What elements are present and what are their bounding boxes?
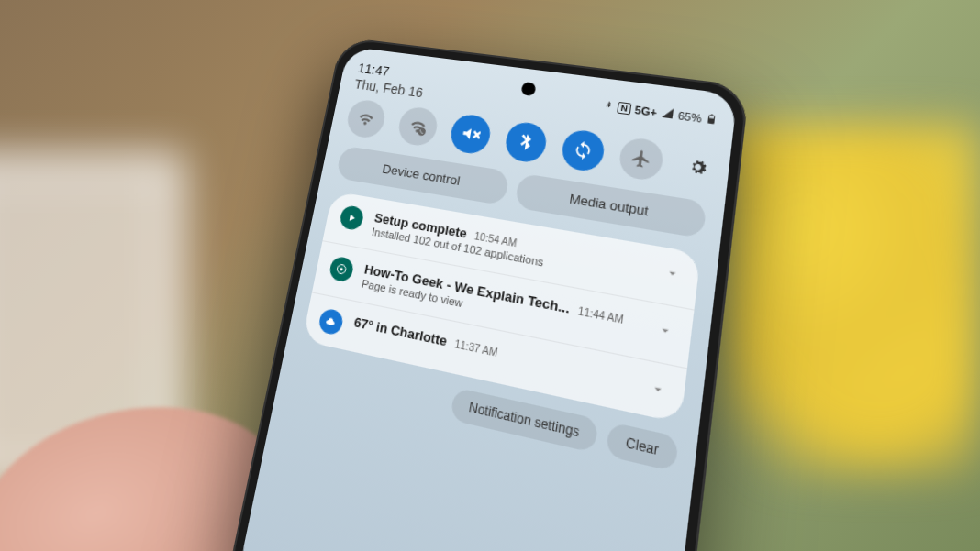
chevron-down-icon[interactable] [663,265,684,287]
bluetooth-toggle[interactable] [503,120,549,164]
weather-cloud-icon [317,307,345,336]
airplane-mode-toggle[interactable] [618,136,665,182]
svg-rect-1 [708,118,714,123]
signal-icon [661,106,675,122]
notification-time: 11:37 AM [453,338,498,358]
auto-rotate-toggle[interactable] [560,128,607,173]
svg-point-5 [340,268,343,271]
wifi-toggle[interactable] [344,98,387,140]
chrome-icon [329,255,355,282]
notification-title: 67° in Charlotte [353,314,449,349]
wifi-calling-toggle[interactable] [395,105,440,148]
chevron-down-icon[interactable] [656,322,676,345]
clear-button[interactable]: Clear [606,422,679,472]
status-icons: N 5G+ 65% [603,98,718,128]
battery-icon [705,111,718,128]
battery-percentage: 65% [677,109,702,124]
chevron-down-icon[interactable] [649,380,669,403]
settings-gear-icon[interactable] [684,153,713,182]
bluetooth-status-icon [603,100,615,113]
nfc-icon: N [617,102,631,116]
svg-point-3 [417,127,426,137]
play-store-icon [339,204,365,231]
network-type: 5G+ [634,104,658,118]
sound-mute-toggle[interactable] [449,113,494,156]
